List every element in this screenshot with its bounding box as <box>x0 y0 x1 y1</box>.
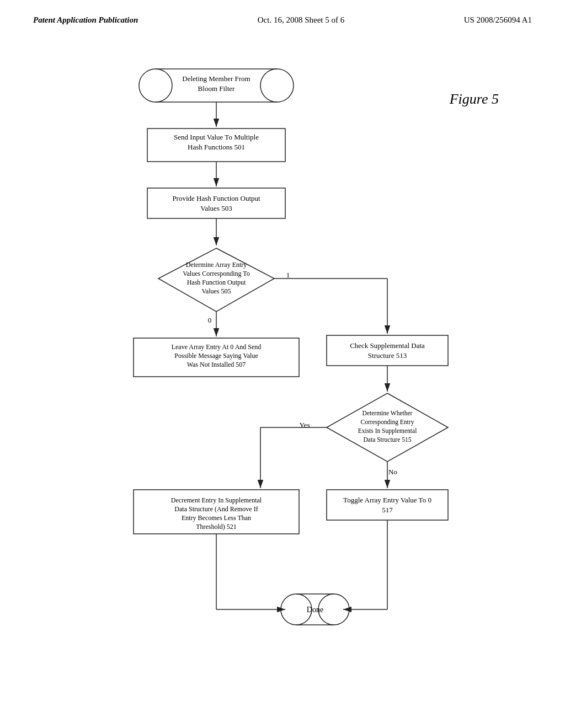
svg-text:Bloom Filter: Bloom Filter <box>198 84 235 93</box>
svg-text:Deleting Member From: Deleting Member From <box>182 74 250 83</box>
svg-text:Data Structure (And Remove If: Data Structure (And Remove If <box>174 505 258 513</box>
svg-text:Hash Function Output: Hash Function Output <box>187 279 246 286</box>
svg-text:Provide Hash Function Output: Provide Hash Function Output <box>172 194 260 202</box>
svg-text:Values Corresponding To: Values Corresponding To <box>183 270 250 277</box>
svg-point-1 <box>139 69 172 102</box>
svg-text:Leave Array Entry At 0 And Sen: Leave Array Entry At 0 And Send <box>172 343 262 351</box>
svg-text:Corresponding Entry: Corresponding Entry <box>361 419 414 426</box>
svg-text:517: 517 <box>382 506 393 514</box>
svg-text:Structure 513: Structure 513 <box>368 351 407 360</box>
svg-text:Exists In Supplemental: Exists In Supplemental <box>358 427 417 435</box>
svg-text:Determine Whether: Determine Whether <box>363 410 413 416</box>
svg-text:1: 1 <box>286 271 290 279</box>
svg-rect-31 <box>327 335 448 366</box>
svg-text:Send Input Value To Multiple: Send Input Value To Multiple <box>174 133 259 141</box>
svg-text:Toggle Array Entry Value To 0: Toggle Array Entry Value To 0 <box>343 496 431 504</box>
svg-rect-13 <box>147 188 285 218</box>
svg-text:Hash Functions 501: Hash Functions 501 <box>188 143 245 151</box>
svg-text:Determine Array Entry: Determine Array Entry <box>186 261 247 269</box>
page-header: Patent Application Publication Oct. 16, … <box>0 0 565 30</box>
svg-rect-43 <box>327 490 448 520</box>
flowchart-svg: Deleting Member From Bloom Filter Send I… <box>45 41 520 681</box>
svg-text:Threshold) 521: Threshold) 521 <box>196 523 237 531</box>
svg-text:Entry Becomes Less Than: Entry Becomes Less Than <box>182 514 251 522</box>
header-left: Patent Application Publication <box>33 15 138 25</box>
svg-text:Data Structure 515: Data Structure 515 <box>364 436 412 443</box>
figure-label: Figure 5 <box>450 91 499 108</box>
header-center: Oct. 16, 2008 Sheet 5 of 6 <box>258 15 344 25</box>
diagram-area: Figure 5 Deleting Member From Bloom Filt… <box>0 30 565 692</box>
svg-text:Was Not Installed 507: Was Not Installed 507 <box>187 361 246 368</box>
svg-point-2 <box>260 69 294 102</box>
header-right: US 2008/256094 A1 <box>464 15 532 25</box>
svg-text:Values 503: Values 503 <box>200 204 232 212</box>
svg-text:Check Supplemental Data: Check Supplemental Data <box>350 341 425 350</box>
svg-text:0: 0 <box>208 316 212 324</box>
svg-text:Values 505: Values 505 <box>202 287 231 295</box>
svg-text:Possible Message Saying Value: Possible Message Saying Value <box>174 352 258 360</box>
svg-text:Done: Done <box>307 606 323 614</box>
svg-text:Decrement Entry In Supplementa: Decrement Entry In Supplemental <box>171 496 262 504</box>
svg-text:No: No <box>388 468 397 476</box>
